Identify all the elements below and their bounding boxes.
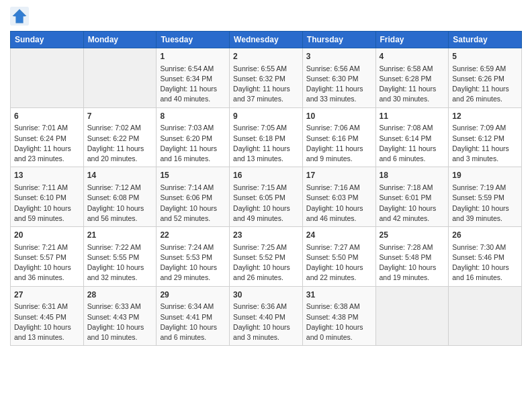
day-of-week-header: Tuesday	[157, 32, 230, 48]
day-of-week-header: Monday	[83, 32, 157, 48]
calendar-day-cell	[83, 48, 157, 108]
day-number: 19	[452, 170, 518, 181]
day-info: Sunrise: 6:34 AM Sunset: 4:41 PM Dayligh…	[160, 302, 226, 342]
day-number: 17	[306, 170, 372, 181]
day-info: Sunrise: 7:12 AM Sunset: 6:08 PM Dayligh…	[87, 183, 153, 224]
day-info: Sunrise: 7:18 AM Sunset: 6:01 PM Dayligh…	[380, 183, 445, 224]
calendar-day-cell: 7Sunrise: 7:02 AM Sunset: 6:22 PM Daylig…	[83, 107, 157, 167]
day-number: 29	[160, 289, 226, 301]
calendar-day-cell: 22Sunrise: 7:24 AM Sunset: 5:53 PM Dayli…	[157, 227, 230, 287]
calendar-body: 1Sunrise: 6:54 AM Sunset: 6:34 PM Daylig…	[11, 48, 522, 346]
day-number: 28	[87, 289, 153, 301]
day-info: Sunrise: 7:25 AM Sunset: 5:52 PM Dayligh…	[233, 242, 299, 283]
calendar-day-cell: 25Sunrise: 7:28 AM Sunset: 5:48 PM Dayli…	[375, 227, 449, 287]
day-number: 9	[233, 111, 299, 122]
day-number: 23	[233, 230, 299, 241]
day-of-week-header: Sunday	[11, 32, 84, 48]
calendar-day-cell: 1Sunrise: 6:54 AM Sunset: 6:34 PM Daylig…	[157, 48, 230, 108]
day-info: Sunrise: 7:28 AM Sunset: 5:48 PM Dayligh…	[380, 242, 445, 283]
calendar-day-cell: 30Sunrise: 6:36 AM Sunset: 4:40 PM Dayli…	[230, 286, 303, 346]
day-info: Sunrise: 6:56 AM Sunset: 6:30 PM Dayligh…	[306, 64, 372, 105]
calendar-day-cell	[375, 286, 449, 346]
day-number: 10	[306, 111, 372, 122]
calendar-day-cell: 11Sunrise: 7:08 AM Sunset: 6:14 PM Dayli…	[375, 107, 449, 167]
day-info: Sunrise: 7:27 AM Sunset: 5:50 PM Dayligh…	[306, 242, 372, 283]
day-number: 8	[160, 111, 226, 122]
calendar-day-cell: 18Sunrise: 7:18 AM Sunset: 6:01 PM Dayli…	[375, 167, 449, 227]
header-row: SundayMondayTuesdayWednesdayThursdayFrid…	[11, 32, 522, 48]
day-number: 3	[306, 51, 372, 62]
day-number: 18	[380, 170, 445, 181]
calendar-day-cell	[11, 48, 84, 108]
day-number: 26	[452, 230, 518, 241]
header	[10, 7, 522, 26]
day-number: 7	[87, 111, 153, 122]
day-number: 21	[87, 230, 153, 241]
calendar-day-cell: 2Sunrise: 6:55 AM Sunset: 6:32 PM Daylig…	[230, 48, 303, 108]
calendar-week-row: 27Sunrise: 6:31 AM Sunset: 4:45 PM Dayli…	[11, 286, 522, 346]
day-info: Sunrise: 7:19 AM Sunset: 5:59 PM Dayligh…	[452, 183, 518, 224]
calendar-week-row: 20Sunrise: 7:21 AM Sunset: 5:57 PM Dayli…	[11, 227, 522, 287]
day-info: Sunrise: 7:14 AM Sunset: 6:06 PM Dayligh…	[160, 183, 226, 224]
calendar-day-cell: 28Sunrise: 6:33 AM Sunset: 4:43 PM Dayli…	[83, 286, 157, 346]
calendar-day-cell: 3Sunrise: 6:56 AM Sunset: 6:30 PM Daylig…	[302, 48, 375, 108]
calendar-day-cell: 17Sunrise: 7:16 AM Sunset: 6:03 PM Dayli…	[302, 167, 375, 227]
day-number: 12	[452, 111, 518, 122]
day-info: Sunrise: 6:31 AM Sunset: 4:45 PM Dayligh…	[14, 302, 80, 342]
day-number: 27	[14, 289, 80, 301]
day-info: Sunrise: 7:06 AM Sunset: 6:16 PM Dayligh…	[306, 123, 372, 164]
day-number: 20	[14, 230, 80, 241]
logo	[10, 7, 32, 26]
calendar-day-cell: 4Sunrise: 6:58 AM Sunset: 6:28 PM Daylig…	[375, 48, 449, 108]
day-info: Sunrise: 7:01 AM Sunset: 6:24 PM Dayligh…	[14, 123, 80, 164]
calendar-day-cell: 9Sunrise: 7:05 AM Sunset: 6:18 PM Daylig…	[230, 107, 303, 167]
calendar-day-cell: 10Sunrise: 7:06 AM Sunset: 6:16 PM Dayli…	[302, 107, 375, 167]
day-number: 1	[160, 51, 226, 62]
day-info: Sunrise: 7:22 AM Sunset: 5:55 PM Dayligh…	[87, 242, 153, 283]
day-of-week-header: Thursday	[302, 32, 375, 48]
day-number: 31	[306, 289, 372, 301]
day-info: Sunrise: 7:11 AM Sunset: 6:10 PM Dayligh…	[14, 183, 80, 224]
calendar-day-cell: 19Sunrise: 7:19 AM Sunset: 5:59 PM Dayli…	[449, 167, 522, 227]
calendar-day-cell: 20Sunrise: 7:21 AM Sunset: 5:57 PM Dayli…	[11, 227, 84, 287]
calendar-week-row: 1Sunrise: 6:54 AM Sunset: 6:34 PM Daylig…	[11, 48, 522, 108]
calendar-day-cell: 29Sunrise: 6:34 AM Sunset: 4:41 PM Dayli…	[157, 286, 230, 346]
calendar-day-cell: 8Sunrise: 7:03 AM Sunset: 6:20 PM Daylig…	[157, 107, 230, 167]
day-info: Sunrise: 7:02 AM Sunset: 6:22 PM Dayligh…	[87, 123, 153, 164]
day-number: 30	[233, 289, 299, 301]
day-info: Sunrise: 6:55 AM Sunset: 6:32 PM Dayligh…	[233, 64, 299, 105]
day-of-week-header: Wednesday	[230, 32, 303, 48]
calendar-day-cell: 5Sunrise: 6:59 AM Sunset: 6:26 PM Daylig…	[449, 48, 522, 108]
day-info: Sunrise: 6:36 AM Sunset: 4:40 PM Dayligh…	[233, 302, 299, 342]
day-number: 2	[233, 51, 299, 62]
day-info: Sunrise: 6:59 AM Sunset: 6:26 PM Dayligh…	[452, 64, 518, 105]
day-number: 16	[233, 170, 299, 181]
day-info: Sunrise: 7:16 AM Sunset: 6:03 PM Dayligh…	[306, 183, 372, 224]
day-number: 24	[306, 230, 372, 241]
calendar-day-cell: 21Sunrise: 7:22 AM Sunset: 5:55 PM Dayli…	[83, 227, 157, 287]
calendar-week-row: 6Sunrise: 7:01 AM Sunset: 6:24 PM Daylig…	[11, 107, 522, 167]
calendar-week-row: 13Sunrise: 7:11 AM Sunset: 6:10 PM Dayli…	[11, 167, 522, 227]
day-number: 25	[380, 230, 445, 241]
day-info: Sunrise: 7:21 AM Sunset: 5:57 PM Dayligh…	[14, 242, 80, 283]
day-info: Sunrise: 6:54 AM Sunset: 6:34 PM Dayligh…	[160, 64, 226, 105]
calendar-header: SundayMondayTuesdayWednesdayThursdayFrid…	[11, 32, 522, 48]
page-container: SundayMondayTuesdayWednesdayThursdayFrid…	[0, 0, 532, 353]
calendar-day-cell: 15Sunrise: 7:14 AM Sunset: 6:06 PM Dayli…	[157, 167, 230, 227]
calendar-day-cell: 16Sunrise: 7:15 AM Sunset: 6:05 PM Dayli…	[230, 167, 303, 227]
logo-icon	[10, 7, 29, 26]
day-number: 6	[14, 111, 80, 122]
calendar-day-cell: 6Sunrise: 7:01 AM Sunset: 6:24 PM Daylig…	[11, 107, 84, 167]
calendar-day-cell: 24Sunrise: 7:27 AM Sunset: 5:50 PM Dayli…	[302, 227, 375, 287]
calendar-day-cell: 31Sunrise: 6:38 AM Sunset: 4:38 PM Dayli…	[302, 286, 375, 346]
day-info: Sunrise: 7:30 AM Sunset: 5:46 PM Dayligh…	[452, 242, 518, 283]
day-number: 4	[380, 51, 445, 62]
day-info: Sunrise: 7:09 AM Sunset: 6:12 PM Dayligh…	[452, 123, 518, 164]
calendar-day-cell: 26Sunrise: 7:30 AM Sunset: 5:46 PM Dayli…	[449, 227, 522, 287]
calendar-day-cell: 23Sunrise: 7:25 AM Sunset: 5:52 PM Dayli…	[230, 227, 303, 287]
calendar-day-cell: 27Sunrise: 6:31 AM Sunset: 4:45 PM Dayli…	[11, 286, 84, 346]
day-info: Sunrise: 7:24 AM Sunset: 5:53 PM Dayligh…	[160, 242, 226, 283]
day-info: Sunrise: 6:58 AM Sunset: 6:28 PM Dayligh…	[380, 64, 445, 105]
calendar-day-cell: 14Sunrise: 7:12 AM Sunset: 6:08 PM Dayli…	[83, 167, 157, 227]
calendar-day-cell	[449, 286, 522, 346]
